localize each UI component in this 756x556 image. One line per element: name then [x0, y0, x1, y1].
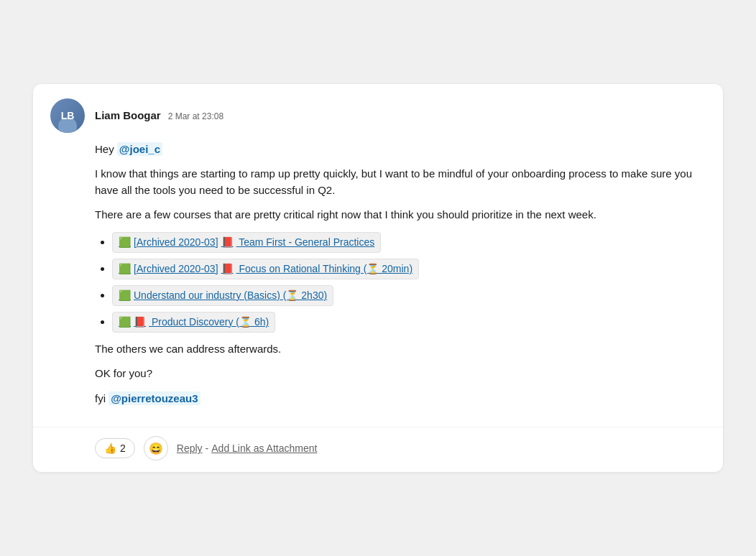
action-separator: -: [206, 443, 209, 454]
message-body: Hey @joei_c I know that things are start…: [33, 142, 723, 427]
message-card: Liam Boogar 2 Mar at 23:08 Hey @joei_c I…: [33, 84, 723, 473]
message-header: Liam Boogar 2 Mar at 23:08: [33, 84, 723, 142]
thumbs-up-emoji: 👍: [104, 443, 116, 454]
course-name-3: Understand our industry (Basics) (⏳ 2h30…: [134, 288, 327, 303]
course-name-1: Team First - General Practices: [236, 235, 375, 250]
list-item: 🟩 📕 Product Discovery (⏳ 6h): [112, 312, 706, 333]
courses-list: 🟩 [Archived 2020-03] 📕 Team First - Gene…: [95, 232, 706, 333]
author-name: Liam Boogar: [95, 109, 161, 121]
add-link-attachment[interactable]: Add Link as Attachment: [211, 443, 317, 454]
fyi-paragraph: fyi @pierretouzeau3: [95, 391, 706, 407]
greeting-paragraph: Hey @joei_c: [95, 142, 706, 158]
course-icon-grid-3: 🟩: [119, 288, 131, 303]
list-item: 🟩 [Archived 2020-03] 📕 Focus on Rational…: [112, 259, 706, 279]
avatar: [50, 98, 85, 133]
course-name-4: Product Discovery (⏳ 6h): [149, 315, 269, 330]
mention-pierre[interactable]: @pierretouzeau3: [109, 391, 200, 405]
course-name-2: Focus on Rational Thinking (⏳ 20min): [236, 261, 413, 277]
action-links: Reply - Add Link as Attachment: [177, 443, 318, 454]
greeting-text: Hey: [95, 143, 114, 155]
course-text-2: [Archived 2020-03]: [134, 261, 218, 277]
message-footer: 👍 2 😄 Reply - Add Link as Attachment: [33, 427, 723, 472]
fyi-text: fyi: [95, 392, 106, 404]
mention-joei[interactable]: @joei_c: [117, 142, 162, 156]
reaction-count: 2: [120, 443, 126, 454]
course-icon-grid-1: 🟩: [119, 235, 131, 250]
course-icon-grid-2: 🟩: [119, 261, 131, 277]
paragraph2: There are a few courses that are pretty …: [95, 207, 706, 223]
reply-link[interactable]: Reply: [177, 443, 203, 454]
emoji-picker-icon: 😄: [149, 442, 163, 455]
list-item: 🟩 [Archived 2020-03] 📕 Team First - Gene…: [112, 232, 706, 253]
emoji-picker-button[interactable]: 😄: [144, 436, 168, 460]
course-icon-grid-4: 🟩: [119, 315, 131, 330]
course-icon-book-4: 📕: [134, 315, 146, 330]
thumbs-up-reaction[interactable]: 👍 2: [95, 438, 135, 458]
header-info: Liam Boogar 2 Mar at 23:08: [95, 109, 223, 121]
course-icon-book-1: 📕: [221, 235, 234, 250]
course-icon-book-2: 📕: [221, 261, 234, 277]
timestamp: 2 Mar at 23:08: [168, 111, 223, 121]
paragraph3: The others we can address afterwards.: [95, 341, 706, 358]
list-item: 🟩 Understand our industry (Basics) (⏳ 2h…: [112, 285, 706, 306]
paragraph1: I know that things are starting to ramp …: [95, 166, 706, 198]
course-link-4[interactable]: 🟩 📕 Product Discovery (⏳ 6h): [112, 312, 275, 333]
paragraph4: OK for you?: [95, 366, 706, 382]
course-link-2[interactable]: 🟩 [Archived 2020-03] 📕 Focus on Rational…: [112, 259, 419, 279]
course-text-1: [Archived 2020-03]: [134, 235, 218, 250]
course-link-1[interactable]: 🟩 [Archived 2020-03] 📕 Team First - Gene…: [112, 232, 381, 253]
course-link-3[interactable]: 🟩 Understand our industry (Basics) (⏳ 2h…: [112, 285, 333, 306]
